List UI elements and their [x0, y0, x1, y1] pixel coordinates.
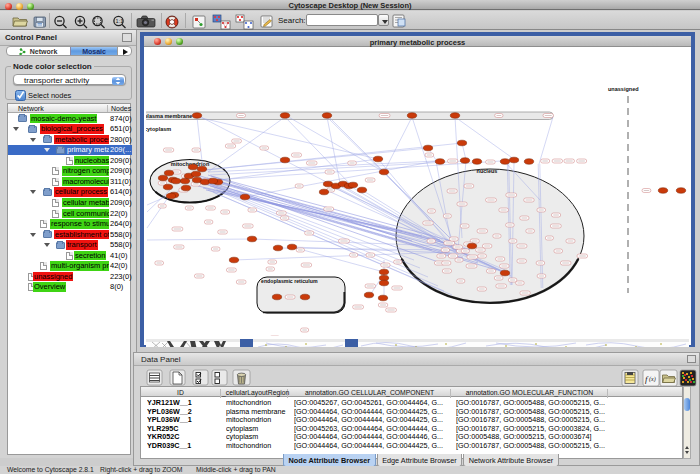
svg-text:endoplasmic reticulum: endoplasmic reticulum	[261, 278, 318, 284]
svg-text:cytoplasm: cytoplasm	[146, 126, 171, 132]
svg-text:1:1: 1:1	[116, 18, 124, 24]
svg-text:unassigned: unassigned	[608, 86, 639, 92]
svg-text:nucleus: nucleus	[477, 168, 498, 174]
svg-text:plasma membrane: plasma membrane	[146, 113, 192, 119]
svg-text:(x): (x)	[649, 376, 656, 383]
